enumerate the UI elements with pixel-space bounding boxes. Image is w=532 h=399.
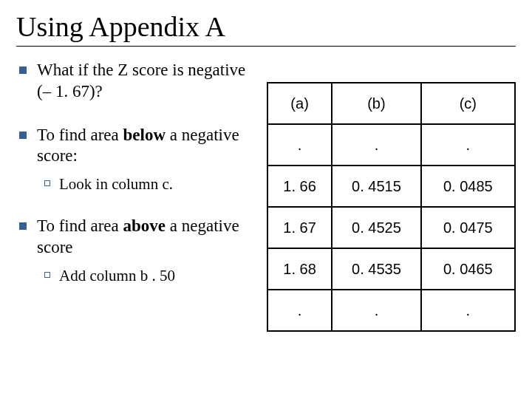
bullet-2: To find area below a negative score: Loo… [16, 125, 258, 194]
bullet-3-sub-text: Add column b . 50 [59, 267, 175, 284]
table-row: 1. 68 0. 4535 0. 0465 [267, 248, 515, 290]
slide-title: Using Appendix A [16, 10, 516, 43]
content-row: What if the Z score is negative (– 1. 67… [16, 60, 516, 332]
z-table: (a) (b) (c) . . . 1. 66 0. 4515 0. 0485 … [267, 82, 516, 332]
cell-r4-b: 0. 4535 [332, 248, 421, 290]
cell-r5-a: . [267, 290, 332, 331]
table-row: . . . [267, 290, 515, 331]
bullet-2-sublist: Look in column c. [37, 174, 258, 194]
header-b: (b) [332, 83, 421, 124]
bullet-3-bold: above [123, 216, 166, 235]
bullet-list: What if the Z score is negative (– 1. 67… [16, 60, 258, 285]
cell-r1-c: . [421, 124, 515, 166]
bullet-3-sublist: Add column b . 50 [37, 266, 258, 285]
cell-r3-b: 0. 4525 [332, 207, 421, 248]
bullet-1-text: What if the Z score is negative (– 1. 67… [37, 61, 245, 100]
cell-r3-c: 0. 0475 [421, 207, 515, 248]
table-header-row: (a) (b) (c) [267, 83, 515, 124]
bullet-2-bold: below [123, 126, 166, 144]
bullet-column: What if the Z score is negative (– 1. 67… [16, 60, 267, 307]
cell-r3-a: 1. 67 [267, 207, 332, 248]
cell-r1-b: . [332, 124, 421, 166]
bullet-2-sub-text: Look in column c. [59, 175, 173, 193]
bullet-3-sub: Add column b . 50 [37, 266, 258, 285]
table-row: . . . [267, 124, 515, 166]
cell-r2-a: 1. 66 [267, 166, 332, 207]
bullet-2-pre: To find area [37, 126, 123, 144]
title-underline [16, 46, 516, 47]
bullet-3-pre: To find area [37, 216, 123, 235]
cell-r1-a: . [267, 124, 332, 166]
header-a: (a) [267, 83, 332, 124]
cell-r5-b: . [332, 290, 421, 331]
slide: Using Appendix A What if the Z score is … [0, 0, 532, 399]
cell-r4-a: 1. 68 [267, 248, 332, 290]
bullet-3: To find area above a negative score Add … [16, 216, 258, 285]
table-row: 1. 67 0. 4525 0. 0475 [267, 207, 515, 248]
cell-r2-b: 0. 4515 [332, 166, 421, 207]
bullet-2-sub: Look in column c. [37, 174, 258, 194]
cell-r2-c: 0. 0485 [421, 166, 515, 207]
cell-r4-c: 0. 0465 [421, 248, 515, 290]
cell-r5-c: . [421, 290, 515, 331]
bullet-1: What if the Z score is negative (– 1. 67… [16, 60, 258, 103]
table-column: (a) (b) (c) . . . 1. 66 0. 4515 0. 0485 … [267, 60, 516, 332]
header-c: (c) [421, 83, 515, 124]
table-row: 1. 66 0. 4515 0. 0485 [267, 166, 515, 207]
